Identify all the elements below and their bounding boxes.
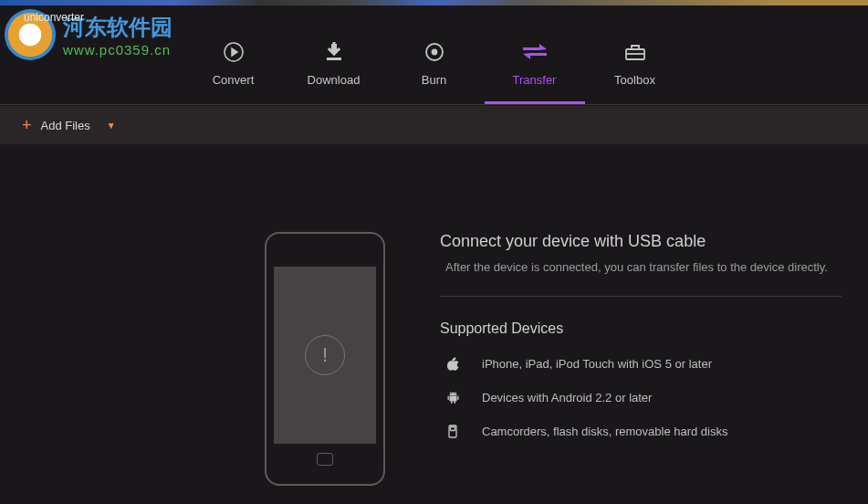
add-files-label: Add Files	[41, 119, 90, 132]
add-files-button[interactable]: + Add Files ▼	[22, 116, 116, 135]
svg-point-6	[451, 394, 452, 394]
supported-text: Camcorders, flash disks, removable hard …	[482, 425, 728, 438]
connect-title: Connect your device with USB cable	[440, 232, 842, 251]
android-icon	[445, 391, 460, 404]
disk-icon	[445, 425, 460, 438]
supported-text: iPhone, iPad, iPod Touch with iOS 5 or l…	[482, 357, 712, 371]
tab-transfer[interactable]: Transfer	[485, 35, 585, 104]
chevron-down-icon: ▼	[107, 121, 116, 131]
home-button-icon	[317, 453, 333, 466]
convert-icon	[221, 40, 246, 64]
tab-label: Burn	[422, 73, 446, 87]
tab-download[interactable]: Download	[284, 35, 384, 104]
supported-row: Camcorders, flash disks, removable hard …	[440, 425, 842, 438]
apple-icon	[445, 357, 460, 371]
tab-label: Toolbox	[614, 73, 655, 87]
supported-row: iPhone, iPad, iPod Touch with iOS 5 or l…	[440, 357, 842, 371]
main-content: ! Connect your device with USB cable Aft…	[0, 144, 868, 486]
svg-rect-10	[457, 396, 458, 401]
watermark-text-2: www.pc0359.cn	[63, 42, 173, 58]
toolbox-icon	[622, 40, 648, 64]
tab-label: Convert	[213, 73, 255, 87]
info-panel: Connect your device with USB cable After…	[440, 232, 842, 486]
connect-subtitle: After the device is connected, you can t…	[440, 260, 842, 274]
svg-rect-8	[449, 396, 456, 402]
burn-icon	[422, 40, 447, 64]
supported-row: Devices with Android 2.2 or later	[440, 391, 842, 404]
tab-toolbox[interactable]: Toolbox	[585, 35, 685, 104]
device-illustration: !	[265, 232, 385, 486]
tab-label: Transfer	[513, 73, 557, 87]
tab-label: Download	[308, 73, 361, 87]
plus-icon: +	[22, 116, 32, 135]
toolbar: + Add Files ▼	[0, 106, 868, 144]
supported-title: Supported Devices	[440, 320, 842, 337]
svg-rect-11	[451, 401, 453, 404]
svg-rect-9	[447, 396, 448, 401]
tab-burn[interactable]: Burn	[384, 35, 485, 104]
svg-rect-1	[327, 58, 341, 60]
transfer-icon	[522, 40, 548, 64]
device-screen: !	[274, 267, 376, 444]
svg-point-7	[454, 394, 455, 394]
download-icon	[321, 40, 347, 64]
supported-text: Devices with Android 2.2 or later	[482, 391, 652, 404]
exclaim-icon: !	[305, 335, 345, 375]
svg-point-3	[432, 50, 436, 55]
svg-rect-12	[454, 401, 455, 404]
divider	[440, 296, 842, 297]
app-name: uniconverter	[24, 11, 84, 24]
tab-convert[interactable]: Convert	[183, 35, 284, 104]
svg-rect-14	[451, 427, 455, 431]
